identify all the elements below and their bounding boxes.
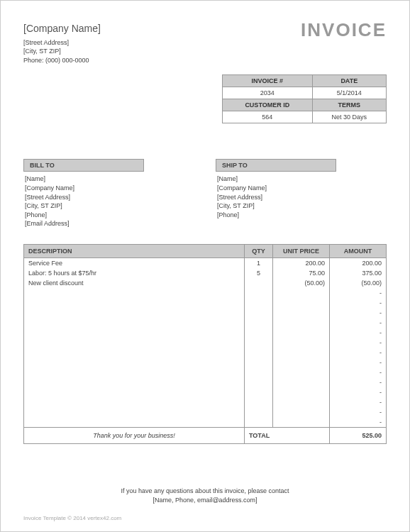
thank-you-message: Thank you for your business! <box>24 427 245 443</box>
meta-invoice-label: INVOICE # <box>223 75 313 87</box>
line-unit-price <box>273 397 330 407</box>
line-qty: 1 <box>245 257 273 268</box>
line-unit-price <box>273 348 330 358</box>
line-amount: 375.00 <box>330 268 387 278</box>
line-unit-price: (50.00) <box>273 278 330 288</box>
line-row: - <box>24 397 387 407</box>
line-unit-price <box>273 367 330 377</box>
line-description <box>24 377 245 387</box>
line-qty <box>245 397 273 407</box>
bill-to-city: [City, ST ZIP] <box>25 201 193 211</box>
meta-invoice-value: 2034 <box>223 87 313 99</box>
line-description <box>24 338 245 348</box>
line-amount: (50.00) <box>330 278 387 288</box>
line-row: - <box>24 387 387 397</box>
line-qty <box>245 387 273 397</box>
line-qty <box>245 298 273 308</box>
col-description: DESCRIPTION <box>24 244 245 257</box>
line-row: - <box>24 358 387 367</box>
line-qty <box>245 358 273 367</box>
line-description <box>24 288 245 298</box>
footer-line1: If you have any questions about this inv… <box>23 487 387 497</box>
line-description: Service Fee <box>24 257 245 268</box>
meta-date-label: DATE <box>312 75 386 87</box>
company-street: [Street Address] <box>23 38 101 48</box>
meta-customer-label: CUSTOMER ID <box>223 99 313 111</box>
line-description <box>24 328 245 338</box>
company-block: [Company Name] [Street Address] [City, S… <box>23 22 101 65</box>
line-description: New client discount <box>24 278 245 288</box>
total-label: TOTAL <box>245 427 330 443</box>
line-unit-price <box>273 387 330 397</box>
line-amount: - <box>330 417 387 428</box>
line-description <box>24 308 245 318</box>
line-amount: - <box>330 298 387 308</box>
line-unit-price <box>273 338 330 348</box>
meta-customer-value: 564 <box>223 111 313 123</box>
ship-to-name: [Name] <box>217 174 385 184</box>
bill-to-section: BILL TO [Name] [Company Name] [Street Ad… <box>23 159 194 231</box>
line-amount: - <box>330 328 387 338</box>
line-qty: 5 <box>245 268 273 278</box>
line-description <box>24 358 245 367</box>
line-description <box>24 367 245 377</box>
col-qty: QTY <box>245 244 273 257</box>
line-row: - <box>24 338 387 348</box>
line-row: - <box>24 328 387 338</box>
line-description <box>24 417 245 428</box>
ship-to-header: SHIP TO <box>216 159 336 172</box>
line-qty <box>245 338 273 348</box>
line-amount: - <box>330 348 387 358</box>
line-qty <box>245 417 273 428</box>
line-row: - <box>24 377 387 387</box>
line-amount: - <box>330 308 387 318</box>
line-qty <box>245 288 273 298</box>
ship-to-city: [City, ST ZIP] <box>217 201 385 211</box>
line-amount: - <box>330 387 387 397</box>
line-unit-price: 200.00 <box>273 257 330 268</box>
line-description <box>24 387 245 397</box>
line-row: - <box>24 348 387 358</box>
bill-to-phone: [Phone] <box>25 211 193 220</box>
line-description <box>24 318 245 328</box>
line-unit-price <box>273 407 330 417</box>
line-row: New client discount(50.00)(50.00) <box>24 278 387 288</box>
col-amount: AMOUNT <box>330 244 387 257</box>
line-amount: - <box>330 397 387 407</box>
company-city: [City, ST ZIP] <box>23 47 101 56</box>
line-amount: - <box>330 377 387 387</box>
line-row: Service Fee1200.00200.00 <box>24 257 387 268</box>
meta-date-value: 5/1/2014 <box>312 87 386 99</box>
footer-note: If you have any questions about this inv… <box>23 487 387 506</box>
line-unit-price <box>273 288 330 298</box>
line-row: - <box>24 407 387 417</box>
line-row: Labor: 5 hours at $75/hr575.00375.00 <box>24 268 387 278</box>
line-unit-price <box>273 298 330 308</box>
company-phone: Phone: (000) 000-0000 <box>23 56 101 65</box>
line-unit-price: 75.00 <box>273 268 330 278</box>
invoice-title: INVOICE <box>301 19 387 41</box>
line-unit-price <box>273 318 330 328</box>
line-description <box>24 397 245 407</box>
line-amount: - <box>330 407 387 417</box>
ship-to-section: SHIP TO [Name] [Company Name] [Street Ad… <box>216 159 387 231</box>
footer-line2: [Name, Phone, email@address.com] <box>23 496 387 506</box>
line-qty <box>245 308 273 318</box>
line-unit-price <box>273 377 330 387</box>
line-amount: - <box>330 338 387 348</box>
line-unit-price <box>273 417 330 428</box>
line-row: - <box>24 367 387 377</box>
meta-terms-value: Net 30 Days <box>312 111 386 123</box>
line-row: - <box>24 318 387 328</box>
line-description: Labor: 5 hours at $75/hr <box>24 268 245 278</box>
line-items-table: DESCRIPTION QTY UNIT PRICE AMOUNT Servic… <box>23 244 387 444</box>
ship-to-street: [Street Address] <box>217 193 385 202</box>
line-unit-price <box>273 358 330 367</box>
line-amount: - <box>330 318 387 328</box>
line-amount: - <box>330 288 387 298</box>
line-unit-price <box>273 308 330 318</box>
company-name: [Company Name] <box>23 22 101 36</box>
line-description <box>24 348 245 358</box>
col-unit-price: UNIT PRICE <box>273 244 330 257</box>
bill-to-email: [Email Address] <box>25 219 193 228</box>
